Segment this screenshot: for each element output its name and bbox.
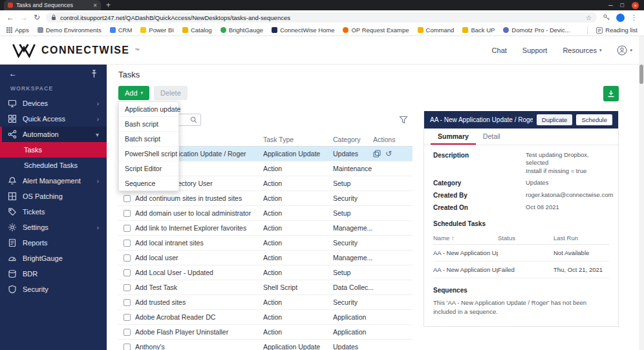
row-checkbox[interactable] <box>123 240 131 247</box>
sidebar: ← WORKSPACE Devices› Quick Access› Autom… <box>0 65 107 350</box>
menu-item-sequence[interactable]: Sequence <box>119 176 178 190</box>
bookmark-item[interactable]: Demo Environments <box>38 26 102 34</box>
bookmark-favicon <box>343 27 349 33</box>
sidebar-item-devices[interactable]: Devices› <box>0 96 107 111</box>
table-row[interactable]: Add domain user to local administrator A… <box>118 206 413 221</box>
tab-summary[interactable]: Summary <box>431 129 476 145</box>
table-row[interactable]: Adobe Flash Player Uninstaller Action Ap… <box>118 325 413 340</box>
browser-menu-icon[interactable]: ⋮ <box>630 14 638 22</box>
tab-detail[interactable]: Detail <box>476 129 508 145</box>
sidebar-item-tickets[interactable]: Tickets <box>0 204 107 220</box>
sidebar-item-reports[interactable]: Reports <box>0 235 107 251</box>
row-checkbox[interactable] <box>123 210 131 217</box>
key-icon[interactable] <box>603 14 610 21</box>
table-row[interactable]: Adobe Acrobat Reader DC Action Applicati… <box>118 310 413 325</box>
connectwise-logo[interactable]: CONNECTWISE ™ <box>12 43 140 58</box>
gauge-icon <box>8 254 17 263</box>
row-checkbox[interactable] <box>123 344 131 350</box>
tab-close-icon[interactable]: × <box>93 2 97 9</box>
reading-list-icon <box>596 27 603 34</box>
sidebar-item-os-patching[interactable]: OS Patching <box>0 189 107 204</box>
sched-column-last-run[interactable]: Last Run <box>553 234 609 242</box>
bookmark-item[interactable]: Command <box>418 26 455 34</box>
duplicate-icon[interactable] <box>373 150 381 158</box>
row-checkbox[interactable] <box>123 314 131 321</box>
address-bar[interactable]: control.itsupport247.net/QADashB/QuickAc… <box>46 12 597 23</box>
column-category[interactable]: Category <box>333 136 373 143</box>
new-tab-button[interactable]: + <box>106 1 111 10</box>
sidebar-item-bdr[interactable]: BDR <box>0 266 107 282</box>
scrollbar-thumb[interactable] <box>639 65 643 84</box>
bookmark-item[interactable]: Power BI <box>140 26 174 34</box>
schedule-button[interactable]: Schedule <box>576 114 612 125</box>
profile-avatar[interactable] <box>616 14 625 22</box>
menu-item-application-update[interactable]: Application update <box>119 102 178 117</box>
pin-icon[interactable] <box>91 70 98 78</box>
sidebar-item-tasks[interactable]: Tasks <box>0 142 107 158</box>
sidebar-item-settings[interactable]: Settings› <box>0 220 107 235</box>
shield-icon <box>8 285 17 294</box>
back-icon[interactable]: ← <box>6 14 14 21</box>
scheduled-task-row[interactable]: AA - New Application Updat... Failed Thu… <box>433 262 609 278</box>
sidebar-collapse-icon[interactable]: ← <box>9 69 17 78</box>
bookmark-star-icon[interactable]: ☆ <box>586 14 592 21</box>
table-row[interactable]: Anthony's Application Update Updates <box>118 340 413 350</box>
bookmarks-divider <box>587 26 588 34</box>
menu-item-powershell-script[interactable]: PowerShell script <box>119 147 178 161</box>
account-menu[interactable]: ▾ <box>617 45 632 56</box>
maximize-button[interactable]: □ <box>621 2 624 8</box>
sched-column-status[interactable]: Status <box>498 234 553 242</box>
bookmark-item[interactable]: Catalog <box>182 26 212 34</box>
history-icon[interactable]: ↺ <box>385 150 392 158</box>
table-row[interactable]: Add local user Action Manageme... <box>118 251 413 265</box>
bookmark-item[interactable]: BrightGauge <box>220 26 263 34</box>
menu-item-batch-script[interactable]: Batch script <box>119 132 178 147</box>
add-button[interactable]: Add ▾ <box>118 86 149 100</box>
row-checkbox[interactable] <box>123 329 131 336</box>
row-checkbox[interactable] <box>123 299 131 306</box>
sidebar-item-automation[interactable]: Automation▾ <box>0 127 107 142</box>
row-checkbox[interactable] <box>123 195 131 202</box>
sidebar-item-security[interactable]: Security <box>0 282 107 297</box>
browser-tab[interactable]: Tasks and Sequences × <box>4 0 101 10</box>
support-link[interactable]: Support <box>522 46 548 54</box>
resources-link[interactable]: Resources▾ <box>563 46 601 54</box>
menu-item-bash-script[interactable]: Bash script <box>119 117 178 132</box>
row-checkbox[interactable] <box>123 225 131 232</box>
table-row[interactable]: Add trusted sites Action Security <box>118 295 413 310</box>
refresh-icon[interactable]: ↻ <box>34 14 40 21</box>
apps-shortcut[interactable]: Apps <box>6 26 29 34</box>
menu-item-script-editor[interactable]: Script Editor <box>119 161 178 176</box>
table-row[interactable]: Add Local User - Updated Action Setup <box>118 265 413 280</box>
close-button[interactable]: × <box>632 2 639 9</box>
row-checkbox[interactable] <box>123 269 131 276</box>
column-task-type[interactable]: Task Type <box>263 136 333 143</box>
bookmark-item[interactable]: CRM <box>110 26 133 34</box>
table-row[interactable]: Add local intranet sites Action Security <box>118 236 413 251</box>
minimize-button[interactable]: ─ <box>608 2 612 8</box>
forward-icon[interactable]: → <box>20 14 28 21</box>
chat-link[interactable]: Chat <box>492 46 507 54</box>
sidebar-item-alert-management[interactable]: Alert Management› <box>0 173 107 189</box>
bookmark-item[interactable]: ConnectWise Home <box>272 26 334 34</box>
table-row[interactable]: Add continuum sites in trusted sites Act… <box>118 191 413 206</box>
table-row[interactable]: Add link to Internet Explorer favorites … <box>118 221 413 236</box>
table-row[interactable]: Add Test Task Shell Script Data Collec..… <box>118 280 413 295</box>
export-download-button[interactable] <box>603 86 619 101</box>
sidebar-item-scheduled-tasks[interactable]: Scheduled Tasks <box>0 158 107 173</box>
row-checkbox[interactable] <box>123 284 131 291</box>
vertical-scrollbar[interactable] <box>639 36 644 350</box>
bookmark-item[interactable]: Domotz Pro - Devic... <box>503 26 570 34</box>
sched-column-name[interactable]: Name ↑ <box>433 234 498 242</box>
duplicate-button[interactable]: Duplicate <box>537 114 573 125</box>
row-checkbox[interactable] <box>123 254 131 262</box>
sidebar-item-quick-access[interactable]: Quick Access› <box>0 111 107 127</box>
scheduled-task-row[interactable]: AA - New Application Updat... Not Availa… <box>433 245 609 262</box>
bookmark-item[interactable]: OP Request Exampe <box>343 26 409 34</box>
sidebar-item-brightgauge[interactable]: BrightGauge <box>0 251 107 266</box>
reading-list-button[interactable]: Reading list <box>596 26 638 34</box>
task-detail-panel: AA - New Application Update / Roger Dupl… <box>424 111 619 327</box>
filter-funnel-icon[interactable] <box>399 116 408 124</box>
delete-button[interactable]: Delete <box>154 86 188 100</box>
bookmark-item[interactable]: Back UP <box>462 26 495 34</box>
